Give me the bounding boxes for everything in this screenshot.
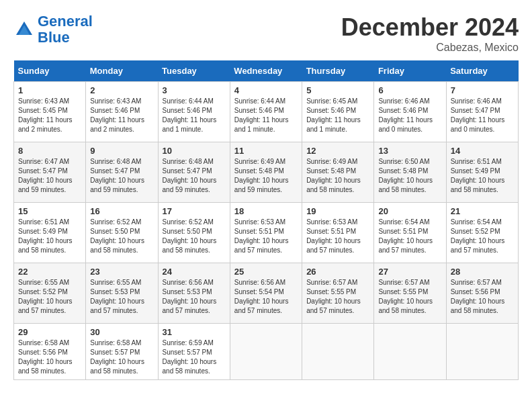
day-number: 2: [90, 85, 153, 95]
day-info: Sunrise: 6:52 AM Sunset: 5:50 PM Dayligh…: [90, 218, 153, 255]
day-number: 17: [163, 206, 226, 216]
day-info: Sunrise: 6:55 AM Sunset: 5:53 PM Dayligh…: [90, 278, 153, 316]
calendar-cell: 27 Sunrise: 6:57 AM Sunset: 5:55 PM Dayl…: [374, 263, 446, 324]
logo-icon: [13, 19, 35, 40]
day-number: 4: [234, 85, 298, 95]
day-number: 15: [18, 206, 81, 216]
calendar-cell: 26 Sunrise: 6:57 AM Sunset: 5:55 PM Dayl…: [302, 263, 374, 324]
day-number: 29: [18, 327, 81, 337]
logo-text: General Blue: [38, 13, 93, 46]
location: Cabezas, Mexico: [341, 42, 519, 54]
calendar-week-3: 15 Sunrise: 6:51 AM Sunset: 5:49 PM Dayl…: [14, 203, 519, 263]
weekday-header-tuesday: Tuesday: [158, 60, 230, 82]
day-info: Sunrise: 6:53 AM Sunset: 5:51 PM Dayligh…: [234, 218, 298, 255]
day-number: 28: [451, 267, 514, 277]
calendar-cell: 21 Sunrise: 6:54 AM Sunset: 5:52 PM Dayl…: [446, 203, 518, 263]
day-info: Sunrise: 6:49 AM Sunset: 5:48 PM Dayligh…: [306, 157, 369, 195]
calendar-cell: 3 Sunrise: 6:44 AM Sunset: 5:46 PM Dayli…: [158, 82, 230, 142]
calendar-cell: 30 Sunrise: 6:58 AM Sunset: 5:57 PM Dayl…: [86, 324, 158, 380]
day-info: Sunrise: 6:46 AM Sunset: 5:47 PM Dayligh…: [451, 97, 514, 134]
calendar-cell: 7 Sunrise: 6:46 AM Sunset: 5:47 PM Dayli…: [446, 82, 518, 142]
day-info: Sunrise: 6:54 AM Sunset: 5:52 PM Dayligh…: [451, 218, 514, 255]
day-info: Sunrise: 6:55 AM Sunset: 5:52 PM Dayligh…: [18, 278, 81, 316]
calendar-cell: 17 Sunrise: 6:52 AM Sunset: 5:50 PM Dayl…: [158, 203, 230, 263]
weekday-header-wednesday: Wednesday: [230, 60, 302, 82]
day-info: Sunrise: 6:48 AM Sunset: 5:47 PM Dayligh…: [90, 157, 153, 195]
calendar-cell: [302, 324, 374, 380]
day-number: 11: [234, 146, 298, 156]
day-number: 10: [163, 146, 226, 156]
calendar-cell: 15 Sunrise: 6:51 AM Sunset: 5:49 PM Dayl…: [14, 203, 86, 263]
calendar-header: SundayMondayTuesdayWednesdayThursdayFrid…: [14, 60, 519, 82]
day-number: 16: [90, 206, 153, 216]
day-info: Sunrise: 6:50 AM Sunset: 5:48 PM Dayligh…: [378, 157, 441, 195]
calendar-cell: 16 Sunrise: 6:52 AM Sunset: 5:50 PM Dayl…: [86, 203, 158, 263]
day-info: Sunrise: 6:54 AM Sunset: 5:51 PM Dayligh…: [378, 218, 441, 255]
calendar-cell: 28 Sunrise: 6:57 AM Sunset: 5:56 PM Dayl…: [446, 263, 518, 324]
day-info: Sunrise: 6:51 AM Sunset: 5:49 PM Dayligh…: [18, 218, 81, 255]
day-info: Sunrise: 6:47 AM Sunset: 5:47 PM Dayligh…: [18, 157, 81, 195]
day-info: Sunrise: 6:51 AM Sunset: 5:49 PM Dayligh…: [451, 157, 514, 195]
weekday-header-monday: Monday: [86, 60, 158, 82]
day-info: Sunrise: 6:58 AM Sunset: 5:57 PM Dayligh…: [90, 338, 153, 376]
day-info: Sunrise: 6:46 AM Sunset: 5:46 PM Dayligh…: [378, 97, 441, 134]
weekday-header-friday: Friday: [374, 60, 446, 82]
day-info: Sunrise: 6:57 AM Sunset: 5:56 PM Dayligh…: [451, 278, 514, 316]
calendar-cell: [374, 324, 446, 380]
calendar-cell: 23 Sunrise: 6:55 AM Sunset: 5:53 PM Dayl…: [86, 263, 158, 324]
calendar-table: SundayMondayTuesdayWednesdayThursdayFrid…: [13, 60, 519, 380]
calendar-cell: 12 Sunrise: 6:49 AM Sunset: 5:48 PM Dayl…: [302, 142, 374, 203]
day-info: Sunrise: 6:43 AM Sunset: 5:45 PM Dayligh…: [18, 97, 81, 134]
calendar-cell: 24 Sunrise: 6:56 AM Sunset: 5:53 PM Dayl…: [158, 263, 230, 324]
calendar-cell: 20 Sunrise: 6:54 AM Sunset: 5:51 PM Dayl…: [374, 203, 446, 263]
day-info: Sunrise: 6:52 AM Sunset: 5:50 PM Dayligh…: [163, 218, 226, 255]
calendar-cell: 18 Sunrise: 6:53 AM Sunset: 5:51 PM Dayl…: [230, 203, 302, 263]
day-info: Sunrise: 6:49 AM Sunset: 5:48 PM Dayligh…: [234, 157, 298, 195]
day-number: 3: [163, 85, 226, 95]
title-section: December 2024 Cabezas, Mexico: [341, 13, 519, 54]
day-number: 25: [234, 267, 298, 277]
day-number: 21: [451, 206, 514, 216]
calendar-cell: 31 Sunrise: 6:59 AM Sunset: 5:57 PM Dayl…: [158, 324, 230, 380]
day-info: Sunrise: 6:56 AM Sunset: 5:53 PM Dayligh…: [163, 278, 226, 316]
day-number: 20: [378, 206, 441, 216]
day-info: Sunrise: 6:57 AM Sunset: 5:55 PM Dayligh…: [306, 278, 369, 316]
day-number: 8: [18, 146, 81, 156]
day-info: Sunrise: 6:48 AM Sunset: 5:47 PM Dayligh…: [163, 157, 226, 195]
day-number: 7: [451, 85, 514, 95]
calendar-cell: 29 Sunrise: 6:58 AM Sunset: 5:56 PM Dayl…: [14, 324, 86, 380]
calendar-cell: 22 Sunrise: 6:55 AM Sunset: 5:52 PM Dayl…: [14, 263, 86, 324]
day-number: 9: [90, 146, 153, 156]
calendar-cell: 13 Sunrise: 6:50 AM Sunset: 5:48 PM Dayl…: [374, 142, 446, 203]
calendar-cell: [446, 324, 518, 380]
day-number: 5: [306, 85, 369, 95]
calendar-body: 1 Sunrise: 6:43 AM Sunset: 5:45 PM Dayli…: [14, 82, 519, 380]
weekday-header-row: SundayMondayTuesdayWednesdayThursdayFrid…: [14, 60, 519, 82]
calendar-week-4: 22 Sunrise: 6:55 AM Sunset: 5:52 PM Dayl…: [14, 263, 519, 324]
day-number: 13: [378, 146, 441, 156]
calendar-cell: 2 Sunrise: 6:43 AM Sunset: 5:46 PM Dayli…: [86, 82, 158, 142]
day-number: 12: [306, 146, 369, 156]
day-number: 23: [90, 267, 153, 277]
month-title: December 2024: [341, 13, 519, 42]
calendar-week-2: 8 Sunrise: 6:47 AM Sunset: 5:47 PM Dayli…: [14, 142, 519, 203]
day-number: 22: [18, 267, 81, 277]
logo-line2: Blue: [38, 29, 70, 46]
calendar-cell: 25 Sunrise: 6:56 AM Sunset: 5:54 PM Dayl…: [230, 263, 302, 324]
logo: General Blue: [13, 13, 93, 46]
calendar-cell: 6 Sunrise: 6:46 AM Sunset: 5:46 PM Dayli…: [374, 82, 446, 142]
calendar-cell: 9 Sunrise: 6:48 AM Sunset: 5:47 PM Dayli…: [86, 142, 158, 203]
weekday-header-saturday: Saturday: [446, 60, 518, 82]
day-info: Sunrise: 6:43 AM Sunset: 5:46 PM Dayligh…: [90, 97, 153, 134]
day-info: Sunrise: 6:44 AM Sunset: 5:46 PM Dayligh…: [234, 97, 298, 134]
calendar-cell: 19 Sunrise: 6:53 AM Sunset: 5:51 PM Dayl…: [302, 203, 374, 263]
calendar-cell: 5 Sunrise: 6:45 AM Sunset: 5:46 PM Dayli…: [302, 82, 374, 142]
calendar-cell: 14 Sunrise: 6:51 AM Sunset: 5:49 PM Dayl…: [446, 142, 518, 203]
day-number: 6: [378, 85, 441, 95]
day-number: 30: [90, 327, 153, 337]
day-number: 1: [18, 85, 81, 95]
weekday-header-thursday: Thursday: [302, 60, 374, 82]
day-number: 14: [451, 146, 514, 156]
page-header: General Blue December 2024 Cabezas, Mexi…: [13, 13, 519, 54]
calendar-cell: 1 Sunrise: 6:43 AM Sunset: 5:45 PM Dayli…: [14, 82, 86, 142]
